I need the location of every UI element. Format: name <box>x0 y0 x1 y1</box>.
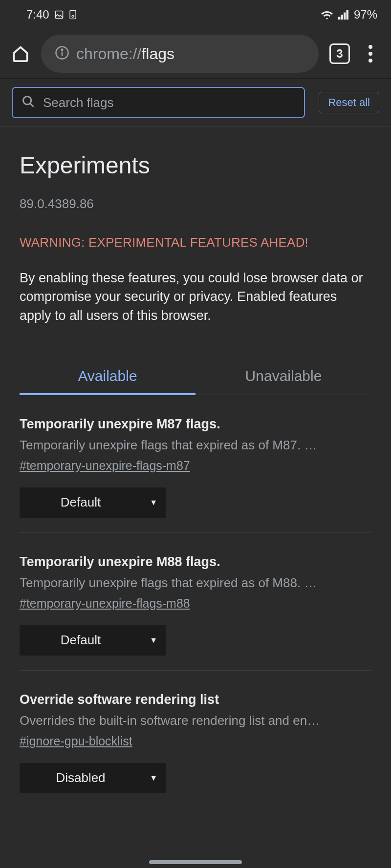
svg-rect-0 <box>55 11 63 19</box>
search-box[interactable] <box>12 87 305 118</box>
svg-point-6 <box>23 97 31 105</box>
flag-permalink[interactable]: #ignore-gpu-blocklist <box>20 734 132 748</box>
browser-toolbar: chrome://flags 3 <box>0 29 391 79</box>
reset-all-button[interactable]: Reset all <box>319 92 379 113</box>
search-row: Reset all <box>0 79 391 127</box>
wifi-icon <box>321 10 333 20</box>
tab-available-label: Available <box>78 368 137 384</box>
version-text: 89.0.4389.86 <box>20 196 371 212</box>
flag-select[interactable]: Default <box>20 487 166 518</box>
flag-description: Temporarily unexpire flags that expired … <box>20 438 371 453</box>
flag-permalink[interactable]: #temporary-unexpire-flags-m87 <box>20 459 190 473</box>
flag-select-value: Default <box>61 633 101 648</box>
url-bar[interactable]: chrome://flags <box>41 35 319 73</box>
warning-text: WARNING: EXPERIMENTAL FEATURES AHEAD! <box>20 235 371 250</box>
flag-select-value: Default <box>61 495 101 510</box>
flag-description: Temporarily unexpire flags that expired … <box>20 575 371 591</box>
flag-title: Override software rendering list <box>20 692 371 707</box>
svg-line-7 <box>30 104 34 107</box>
flag-row: Override software rendering list Overrid… <box>20 671 371 808</box>
tab-unavailable[interactable]: Unavailable <box>196 359 371 395</box>
cell-signal-icon <box>338 10 349 20</box>
url-text: chrome://flags <box>76 45 174 63</box>
sdcard-icon <box>69 10 77 20</box>
tab-count-label: 3 <box>336 47 343 61</box>
svg-rect-1 <box>70 10 76 19</box>
tab-available[interactable]: Available <box>20 359 196 395</box>
flag-row: Temporarily unexpire M88 flags. Temporar… <box>20 533 371 671</box>
gesture-bar <box>149 860 242 864</box>
status-time: 7:40 <box>26 8 49 21</box>
status-bar: 7:40 97% <box>0 0 391 29</box>
tabs: Available Unavailable <box>20 359 371 395</box>
home-button[interactable] <box>11 44 30 64</box>
warning-body: By enabling these features, you could lo… <box>20 269 371 325</box>
search-icon <box>22 95 35 110</box>
page-content: Experiments 89.0.4389.86 WARNING: EXPERI… <box>0 127 391 808</box>
reset-all-label: Reset all <box>328 96 370 109</box>
status-battery: 97% <box>354 8 377 21</box>
flag-select[interactable]: Disabled <box>20 763 166 793</box>
flag-select-value: Disabled <box>56 770 105 785</box>
page-title: Experiments <box>20 152 371 179</box>
flag-description: Overrides the built-in software renderin… <box>20 713 371 728</box>
search-input[interactable] <box>43 95 295 110</box>
image-icon <box>54 10 64 20</box>
overflow-menu-button[interactable] <box>361 45 380 63</box>
flag-select[interactable]: Default <box>20 625 166 656</box>
tab-switcher[interactable]: 3 <box>329 43 350 64</box>
svg-point-5 <box>62 49 63 51</box>
svg-point-2 <box>72 15 74 17</box>
flag-permalink[interactable]: #temporary-unexpire-flags-m88 <box>20 596 190 611</box>
tab-unavailable-label: Unavailable <box>245 368 322 384</box>
flag-row: Temporarily unexpire M87 flags. Temporar… <box>20 395 371 533</box>
flag-title: Temporarily unexpire M88 flags. <box>20 554 371 570</box>
flag-title: Temporarily unexpire M87 flags. <box>20 417 371 432</box>
info-icon <box>55 45 69 62</box>
